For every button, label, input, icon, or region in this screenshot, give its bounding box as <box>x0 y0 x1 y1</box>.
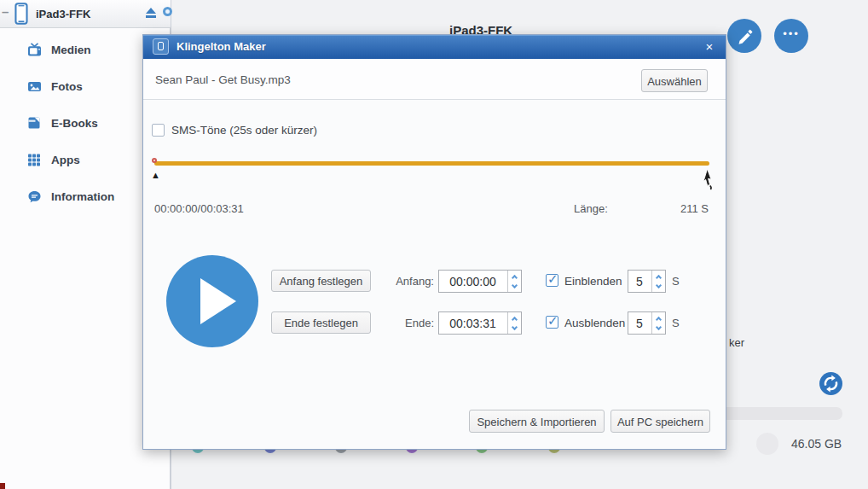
apps-grid-icon <box>27 153 41 170</box>
chevron-up-icon[interactable] <box>512 274 518 280</box>
more-options-button[interactable]: ••• <box>774 19 808 53</box>
storage-legend-circle <box>756 433 778 455</box>
file-name: Sean Paul - Get Busy.mp3 <box>155 60 291 100</box>
fade-in-input[interactable] <box>628 271 651 292</box>
edit-button[interactable] <box>727 19 761 53</box>
length-value: 211 S <box>680 202 709 215</box>
photo-icon <box>27 79 42 97</box>
chat-info-icon <box>27 189 42 207</box>
ebook-icon <box>27 116 41 133</box>
start-time-field <box>438 270 522 293</box>
fade-in-field <box>628 270 666 293</box>
timeline-track[interactable] <box>154 161 709 166</box>
app-frame: iPad3-FFK ••• ker 46.05 GB <box>0 0 868 489</box>
eject-icon[interactable] <box>145 8 156 18</box>
fade-out-unit: S <box>672 311 680 335</box>
fade-out-label: Ausblenden <box>564 311 625 335</box>
dialog-title: Klingelton Maker <box>176 35 266 59</box>
storage-total-label: 46.05 GB <box>791 437 842 451</box>
fade-out-stepper[interactable] <box>651 312 665 334</box>
chevron-up-icon[interactable] <box>656 316 662 322</box>
header-decoration <box>163 7 172 16</box>
minimize-icon[interactable]: – <box>2 4 9 19</box>
pencil-icon <box>727 19 761 53</box>
fade-out-field <box>628 311 666 335</box>
device-name: iPad3-FFK <box>36 0 90 28</box>
chevron-down-icon[interactable] <box>512 323 518 329</box>
fade-out-checkbox[interactable]: ✓ <box>546 316 558 329</box>
timeline-start-pin[interactable] <box>152 158 157 163</box>
fade-out-input[interactable] <box>628 312 651 334</box>
file-row: Sean Paul - Get Busy.mp3 Auswählen <box>143 60 726 100</box>
position-time: 00:00:00/00:03:31 <box>154 202 244 215</box>
save-to-pc-button[interactable]: Auf PC speichern <box>610 410 710 433</box>
time-row: 00:00:00/00:03:31 Länge: 211 S <box>154 202 709 216</box>
end-time-field <box>438 311 522 335</box>
fade-in-label: Einblenden <box>564 270 622 293</box>
sidebar-item-label: Medien <box>51 36 91 65</box>
set-start-button[interactable]: Anfang festlegen <box>271 270 371 292</box>
ringtone-maker-icon <box>153 38 169 55</box>
close-icon[interactable]: × <box>700 35 719 59</box>
end-time-input[interactable] <box>439 312 506 334</box>
sync-button[interactable] <box>819 372 842 395</box>
chevron-up-icon[interactable] <box>512 316 518 322</box>
end-time-stepper[interactable] <box>507 312 521 334</box>
device-header: – iPad3-FFK <box>0 0 171 28</box>
start-time-stepper[interactable] <box>507 271 521 292</box>
sidebar-item-label: Information <box>51 183 114 212</box>
sidebar-item-label: Fotos <box>51 73 83 102</box>
fade-in-unit: S <box>672 270 680 293</box>
start-row: Anfang festlegen Anfang: ✓ Einblenden S <box>143 270 726 293</box>
sms-tone-label: SMS-Töne (25s oder kürzer) <box>171 124 317 137</box>
sync-arrows-icon <box>819 372 842 395</box>
timeline-position-marker[interactable]: ▲ <box>151 170 160 180</box>
chevron-down-icon[interactable] <box>656 282 662 288</box>
tv-icon <box>27 43 42 61</box>
chevron-down-icon[interactable] <box>656 323 662 329</box>
choose-file-button[interactable]: Auswählen <box>641 69 708 92</box>
end-label: Ende: <box>385 311 434 335</box>
set-end-button[interactable]: Ende festlegen <box>271 311 371 334</box>
length-label: Länge: <box>574 202 608 215</box>
start-label: Anfang: <box>385 270 434 293</box>
dialog-titlebar[interactable]: Klingelton Maker × <box>143 35 726 59</box>
background-clipped-label: ker <box>729 336 744 349</box>
ellipsis-icon: ••• <box>783 27 800 40</box>
chevron-up-icon[interactable] <box>656 274 662 280</box>
start-time-input[interactable] <box>439 271 506 292</box>
fade-in-checkbox[interactable]: ✓ <box>546 274 558 287</box>
storage-progress-bar <box>720 407 842 420</box>
end-row: Ende festlegen Ende: ✓ Ausblenden S <box>143 311 726 335</box>
sidebar-item-label: Apps <box>51 146 80 175</box>
save-import-button[interactable]: Speichern & Importieren <box>469 410 605 433</box>
mouse-cursor <box>699 168 716 197</box>
video-progress-sliver <box>0 483 5 489</box>
fade-in-stepper[interactable] <box>651 271 665 292</box>
chevron-down-icon[interactable] <box>512 282 518 288</box>
tablet-icon <box>14 3 29 29</box>
sidebar-item-label: E-Books <box>51 109 98 138</box>
klingelton-maker-dialog: Klingelton Maker × Sean Paul - Get Busy.… <box>142 34 726 450</box>
sms-tone-checkbox[interactable] <box>152 124 165 137</box>
